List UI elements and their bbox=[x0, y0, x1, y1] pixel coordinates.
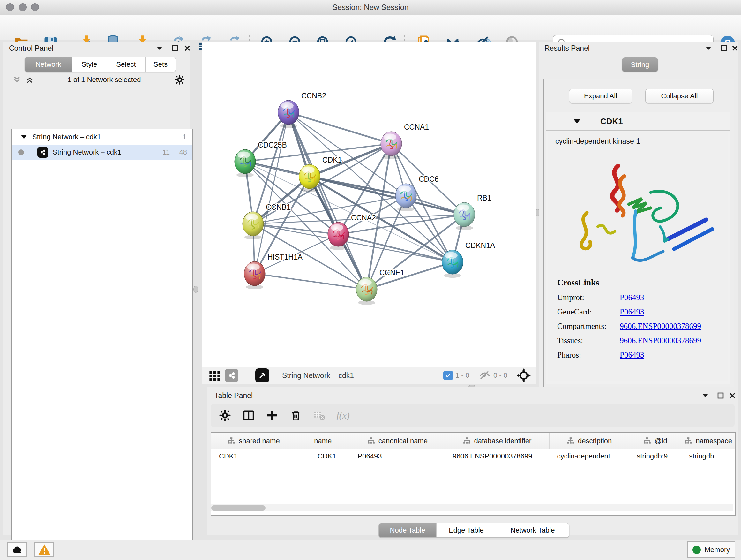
cdk1-entry-body: cyclin-dependent kinase 1 bbox=[548, 132, 728, 381]
column-header-namespace[interactable]: namespace bbox=[681, 433, 735, 449]
table-cell: stringdb:9... bbox=[629, 452, 682, 460]
fit-content-crosshair-icon[interactable] bbox=[517, 368, 531, 382]
column-header-shared-name[interactable]: shared name bbox=[211, 433, 296, 449]
panel-float-icon[interactable] bbox=[718, 44, 729, 53]
node-label-CDK1: CDK1 bbox=[322, 156, 342, 164]
panel-float-icon[interactable] bbox=[170, 44, 181, 53]
column-header-name[interactable]: name bbox=[296, 433, 350, 449]
column-header-description[interactable]: description bbox=[549, 433, 629, 449]
statusbar-separator bbox=[512, 370, 512, 381]
column-type-icon bbox=[227, 437, 235, 445]
crosslink-label: Tissues: bbox=[557, 336, 620, 345]
panel-menu-caret-icon[interactable] bbox=[700, 391, 711, 400]
node-label-CDC6: CDC6 bbox=[419, 175, 439, 183]
panel-menu-caret-icon[interactable] bbox=[154, 44, 165, 53]
table-horizontal-scrollbar[interactable] bbox=[211, 504, 733, 511]
table-gear-icon[interactable] bbox=[213, 409, 237, 422]
crosslink-row: Pharos:P06493 bbox=[557, 351, 728, 360]
warning-status-button[interactable] bbox=[35, 543, 54, 557]
network-tree: String Network – cdk1 1 String Network –… bbox=[11, 129, 193, 560]
left-splitter-handle[interactable] bbox=[193, 286, 198, 293]
panel-close-icon[interactable] bbox=[730, 44, 740, 53]
table-cell: CDK1 bbox=[211, 452, 296, 460]
network-row-selected[interactable]: String Network – cdk1 11 48 bbox=[12, 145, 192, 160]
node-label-RB1: RB1 bbox=[477, 194, 491, 202]
cloud-status-button[interactable] bbox=[7, 543, 27, 557]
column-label: name bbox=[314, 437, 332, 445]
panel-float-icon[interactable] bbox=[715, 391, 726, 400]
column-type-icon bbox=[643, 437, 651, 445]
string-network-badge-icon bbox=[37, 147, 48, 158]
table-tabs: Node Table Edge Table Network Table bbox=[379, 523, 569, 538]
delete-column-icon[interactable] bbox=[284, 409, 308, 422]
network-collection-row[interactable]: String Network – cdk1 1 bbox=[12, 129, 192, 145]
crosslink-link[interactable]: 9606.ENSP00000378699 bbox=[620, 336, 701, 345]
select-columns-icon[interactable] bbox=[237, 409, 260, 422]
panel-close-icon[interactable] bbox=[182, 44, 193, 53]
gear-icon[interactable] bbox=[175, 75, 185, 85]
tab-style[interactable]: Style bbox=[72, 57, 107, 72]
table-row[interactable]: CDK1CDK1P064939606.ENSP00000378699cyclin… bbox=[211, 449, 735, 463]
expand-all-icon[interactable] bbox=[25, 76, 34, 84]
column-label: description bbox=[578, 437, 612, 445]
hidden-count: 0 - 0 bbox=[493, 371, 508, 380]
node-count: 11 bbox=[162, 148, 170, 157]
birdseye-view-icon[interactable] bbox=[255, 368, 269, 382]
crosslinks-rows: Uniprot:P06493GeneCard:P06493Compartment… bbox=[557, 293, 728, 360]
crosslinks-section: CrossLinks Uniprot:P06493GeneCard:P06493… bbox=[548, 278, 728, 360]
crosslink-link[interactable]: P06493 bbox=[620, 351, 644, 360]
node-label-HIST1H1A: HIST1H1A bbox=[267, 253, 303, 261]
column-header--id[interactable]: @id bbox=[629, 433, 682, 449]
column-type-icon bbox=[367, 437, 375, 445]
add-column-icon[interactable] bbox=[260, 409, 284, 422]
network-canvas[interactable]: CCNB2CCNA1CDC25BCDK1CDC6RB1CCNB1CCNA2CDK… bbox=[202, 42, 536, 367]
collapse-all-button[interactable]: Collapse All bbox=[645, 89, 714, 104]
control-panel-title: Control Panel bbox=[9, 44, 53, 53]
table-panel: Table Panel f(x) shared namenamecanonica… bbox=[207, 387, 738, 535]
crosslink-row: Uniprot:P06493 bbox=[557, 293, 728, 302]
hidden-eye-icon[interactable] bbox=[479, 369, 491, 381]
grid-view-icon[interactable] bbox=[208, 369, 221, 382]
scrollbar-thumb[interactable] bbox=[211, 505, 266, 510]
expand-all-button[interactable]: Expand All bbox=[569, 89, 632, 104]
column-header-database-identifier[interactable]: database identifier bbox=[445, 433, 549, 449]
collapse-all-icon[interactable] bbox=[13, 76, 21, 84]
tab-edge-table[interactable]: Edge Table bbox=[436, 523, 496, 537]
network-node-RB1[interactable]: RB1 bbox=[454, 194, 491, 230]
crosslink-link[interactable]: 9606.ENSP00000378699 bbox=[620, 322, 701, 331]
string-results-box: Expand All Collapse All CDK1 cyclin-depe… bbox=[543, 79, 734, 394]
column-header-canonical-name[interactable]: canonical name bbox=[350, 433, 445, 449]
table-cell: stringdb bbox=[681, 452, 735, 460]
panel-close-icon[interactable] bbox=[727, 391, 738, 400]
crosslink-label: Uniprot: bbox=[557, 293, 620, 302]
tab-network[interactable]: Network bbox=[25, 57, 72, 72]
table-header-row: shared namenamecanonical namedatabase id… bbox=[211, 433, 735, 449]
network-node-CDKN1A[interactable]: CDKN1A bbox=[442, 241, 495, 278]
network-node-HIST1H1A[interactable]: HIST1H1A bbox=[244, 253, 303, 289]
share-view-icon[interactable] bbox=[225, 369, 239, 382]
tab-network-table[interactable]: Network Table bbox=[496, 523, 569, 537]
network-node-CCNA1[interactable]: CCNA1 bbox=[381, 123, 429, 159]
tab-node-table[interactable]: Node Table bbox=[379, 523, 436, 537]
results-panel-title: Results Panel bbox=[544, 44, 590, 53]
cloud-icon bbox=[11, 544, 23, 556]
window-title: Session: New Session bbox=[0, 3, 741, 12]
tab-string[interactable]: String bbox=[622, 57, 658, 72]
panel-menu-caret-icon[interactable] bbox=[703, 44, 714, 53]
selected-checkbox-icon[interactable] bbox=[443, 371, 453, 380]
function-builder-icon: f(x) bbox=[331, 410, 355, 421]
tab-select[interactable]: Select bbox=[107, 57, 145, 72]
entry-description: cyclin-dependent kinase 1 bbox=[548, 132, 728, 145]
edge-HIST1H1A-CCNE1 bbox=[255, 273, 367, 289]
crosslink-link[interactable]: P06493 bbox=[620, 293, 644, 302]
tab-sets[interactable]: Sets bbox=[145, 57, 176, 72]
memory-button[interactable]: Memory bbox=[687, 542, 735, 558]
crosslink-label: Compartments: bbox=[557, 322, 620, 331]
crosslink-link[interactable]: P06493 bbox=[620, 307, 644, 316]
node-label-CCNB2: CCNB2 bbox=[301, 91, 326, 100]
collection-expand-caret-icon[interactable] bbox=[21, 135, 27, 139]
entry-collapse-caret-icon[interactable] bbox=[574, 119, 581, 124]
cdk1-entry-header[interactable]: CDK1 bbox=[546, 112, 730, 131]
node-label-CCNE1: CCNE1 bbox=[380, 268, 404, 277]
network-node-CCNE1[interactable]: CCNE1 bbox=[356, 268, 404, 305]
